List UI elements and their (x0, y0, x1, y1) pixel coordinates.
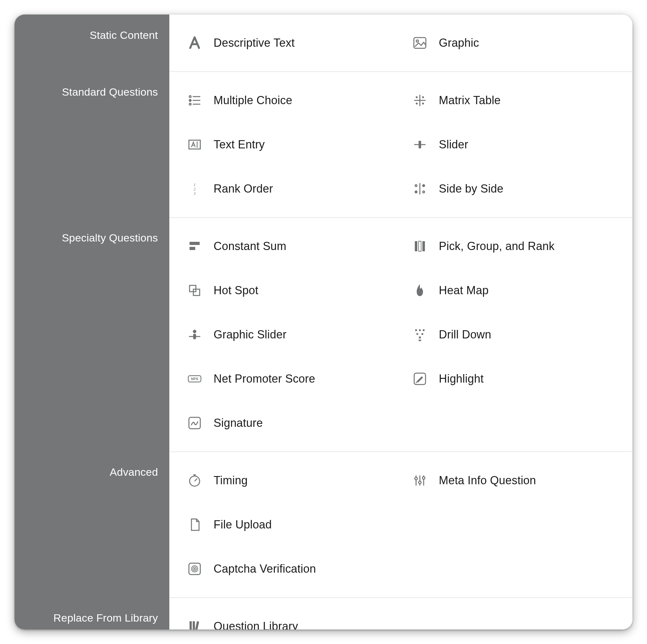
numbered-list-icon: 1 2 3 (187, 180, 203, 197)
svg-point-40 (421, 333, 423, 335)
option-matrix-table[interactable]: Matrix Table (401, 78, 626, 123)
svg-rect-62 (195, 621, 199, 630)
option-label: Pick, Group, and Rank (439, 240, 555, 253)
option-label: Heat Map (439, 284, 489, 297)
svg-point-1 (416, 40, 419, 42)
option-label: Highlight (439, 372, 484, 386)
option-meta-info[interactable]: Meta Info Question (401, 458, 626, 502)
option-label: Multiple Choice (214, 94, 292, 107)
option-label: Signature (214, 416, 263, 430)
svg-rect-28 (415, 241, 417, 251)
svg-rect-56 (189, 563, 200, 575)
option-pick-group-rank[interactable]: Pick, Group, and Rank (401, 224, 626, 268)
option-slider[interactable]: Slider (401, 123, 626, 167)
drill-down-icon (412, 326, 428, 343)
svg-point-12 (416, 103, 418, 104)
svg-rect-61 (193, 621, 195, 630)
svg-rect-41 (419, 336, 421, 338)
option-label: Graphic Slider (214, 328, 287, 341)
option-signature[interactable]: Signature (176, 401, 401, 445)
option-heat-map[interactable]: Heat Map (401, 268, 626, 313)
option-highlight[interactable]: Highlight (401, 357, 626, 401)
option-drill-down[interactable]: Drill Down (401, 313, 626, 357)
svg-point-25 (423, 191, 425, 193)
library-books-icon (187, 618, 203, 630)
option-text-entry[interactable]: Text Entry (176, 123, 401, 167)
option-hot-spot[interactable]: Hot Spot (176, 268, 401, 313)
svg-point-58 (193, 567, 197, 571)
option-label: Timing (214, 474, 248, 487)
category-specialty-questions: Specialty Questions (14, 217, 169, 452)
option-label: Matrix Table (439, 94, 501, 107)
option-label: Constant Sum (214, 240, 287, 253)
svg-point-33 (193, 330, 196, 333)
svg-point-53 (419, 481, 421, 484)
option-rank-order[interactable]: 1 2 3 Rank Order (176, 167, 401, 211)
option-label: File Upload (214, 518, 272, 531)
option-graphic[interactable]: Graphic (401, 21, 626, 65)
svg-text:NPS: NPS (191, 377, 198, 381)
empty-cell (401, 502, 626, 547)
option-label: Side by Side (439, 182, 504, 195)
option-question-library[interactable]: Question Library (176, 604, 401, 630)
overlap-squares-icon (187, 282, 203, 299)
option-multiple-choice[interactable]: Multiple Choice (176, 78, 401, 123)
svg-rect-29 (419, 241, 421, 251)
option-label: Descriptive Text (214, 36, 295, 50)
svg-point-2 (189, 96, 191, 97)
option-label: Net Promoter Score (214, 372, 315, 386)
svg-rect-32 (193, 289, 200, 296)
svg-point-37 (419, 329, 421, 331)
question-type-picker: Static Content Descriptive Text (14, 14, 633, 630)
svg-rect-27 (190, 247, 195, 250)
svg-point-39 (416, 333, 418, 335)
option-label: Hot Spot (214, 284, 259, 297)
svg-rect-35 (193, 334, 196, 339)
svg-point-59 (194, 568, 195, 569)
option-descriptive-text[interactable]: Descriptive Text (176, 21, 401, 65)
option-nps[interactable]: NPS Net Promoter Score (176, 357, 401, 401)
option-label: Graphic (439, 36, 479, 50)
text-box-icon (187, 136, 203, 153)
svg-text:3: 3 (193, 191, 196, 196)
svg-point-51 (415, 477, 417, 480)
svg-rect-60 (190, 621, 192, 630)
option-file-upload[interactable]: File Upload (176, 502, 401, 547)
svg-point-24 (415, 191, 417, 193)
svg-point-23 (423, 185, 425, 186)
option-label: Meta Info Question (439, 474, 536, 487)
option-label: Drill Down (439, 328, 491, 341)
option-side-by-side[interactable]: Side by Side (401, 167, 626, 211)
stopwatch-icon (187, 472, 203, 489)
svg-point-10 (416, 96, 418, 98)
option-graphic-slider[interactable]: Graphic Slider (176, 313, 401, 357)
svg-point-11 (422, 96, 424, 98)
sliders-icon (412, 472, 428, 489)
svg-rect-17 (419, 141, 421, 148)
svg-rect-26 (190, 242, 200, 245)
file-icon (187, 516, 203, 533)
svg-point-13 (422, 103, 424, 104)
text-a-icon (187, 35, 203, 51)
graphic-slider-icon (187, 326, 203, 343)
slider-icon (412, 136, 428, 153)
category-standard-questions: Standard Questions (14, 71, 169, 217)
category-static-content: Static Content (14, 14, 169, 71)
option-captcha[interactable]: Captcha Verification (176, 547, 401, 591)
svg-text:1: 1 (194, 182, 196, 187)
svg-point-22 (415, 185, 417, 186)
option-timing[interactable]: Timing (176, 458, 401, 502)
empty-cell (401, 401, 626, 445)
matrix-icon (412, 92, 428, 108)
option-constant-sum[interactable]: Constant Sum (176, 224, 401, 268)
empty-cell (401, 547, 626, 591)
svg-point-36 (415, 329, 417, 331)
empty-cell (401, 604, 626, 630)
flame-icon (412, 282, 428, 299)
bars-icon (187, 238, 203, 254)
svg-point-38 (423, 329, 425, 331)
svg-line-47 (195, 479, 197, 481)
option-label: Captcha Verification (214, 562, 316, 575)
fingerprint-icon (187, 561, 203, 577)
signature-icon (187, 415, 203, 431)
